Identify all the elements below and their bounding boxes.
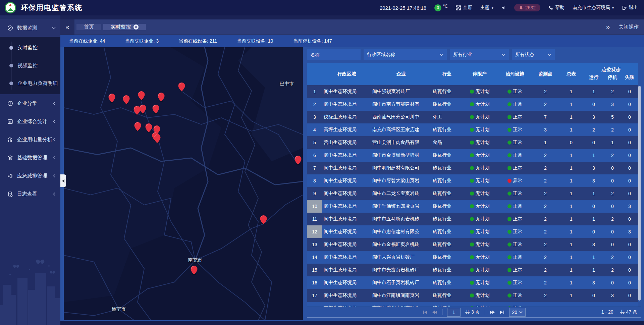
sidebar-group-5[interactable]: 基础数据管理 xyxy=(0,149,60,167)
help-button[interactable]: 帮助 xyxy=(548,5,565,11)
sidebar-item[interactable]: 企业电力负荷明细 xyxy=(0,74,60,92)
map-pin[interactable] xyxy=(158,93,165,102)
table-row[interactable]: 4 高坪生态环境局 南充市高坪区王家店建 砖瓦行业 无计划 正常 3 1 2 2… xyxy=(307,123,638,136)
map-pin[interactable] xyxy=(138,91,145,100)
row-index: 2 xyxy=(307,98,322,111)
cell-monitor-points: 1 xyxy=(533,140,558,145)
sidebar-group-2[interactable]: 企业异常 xyxy=(0,94,60,112)
first-page-button[interactable] xyxy=(423,310,427,314)
last-page-button[interactable] xyxy=(500,310,504,314)
tab-scroll-left-button[interactable]: « xyxy=(60,19,74,35)
map-pin[interactable] xyxy=(134,122,141,131)
map-pin[interactable] xyxy=(123,95,130,104)
double-chevron-left-icon: « xyxy=(65,23,69,31)
sidebar-group-3[interactable]: 企业综合统计 xyxy=(0,112,60,130)
notification-badge[interactable]: 2632 xyxy=(514,4,540,11)
cell-stopped: 5 xyxy=(603,114,622,120)
scrollbar-thumb[interactable] xyxy=(638,86,641,301)
cell-total-meter: 1 xyxy=(558,267,584,273)
table-row[interactable]: 13 阆中生态环境局 阆中市金福旺页岩机砖 砖瓦行业 无计划 正常 2 1 3 … xyxy=(307,238,638,251)
table-row[interactable]: 8 阆中生态环境局 阆中市枣碧大梁山页岩 砖瓦行业 无计划 异常 2 1 3 0… xyxy=(307,174,638,187)
cell-stopped: 2 xyxy=(603,255,622,260)
sidebar-group-6[interactable]: 应急减排管理 xyxy=(0,167,60,185)
table-row[interactable]: 12 阆中生态环境局 阆中市忠信建材有限公 砖瓦行业 无计划 正常 2 1 0 … xyxy=(307,225,638,238)
bar-chart-icon xyxy=(7,137,13,143)
map-city-label: 巴中市 xyxy=(280,81,294,87)
record-total-label: 共 47 条 xyxy=(620,309,637,315)
cell-stopped: 0 xyxy=(603,280,622,285)
table-row[interactable]: 15 阆中生态环境局 阆中市光富页岩机砖厂 砖瓦行业 无计划 正常 2 1 1 … xyxy=(307,264,638,276)
chevron-left-icon xyxy=(53,174,56,178)
map-pin[interactable] xyxy=(139,105,146,114)
theme-dropdown[interactable]: 主题 ▾ xyxy=(480,5,493,11)
page-size-select[interactable]: 20 xyxy=(509,308,526,317)
map-pin[interactable] xyxy=(154,134,161,143)
industry-select[interactable]: 所有行业 xyxy=(450,49,509,60)
table-row[interactable]: 16 阆中生态环境局 阆中市石子页岩机砖厂 砖瓦行业 无计划 正常 2 1 3 … xyxy=(307,276,638,289)
map-pin[interactable] xyxy=(152,105,159,114)
cell-stop-plan: 无计划 xyxy=(462,127,497,133)
sidebar-collapse-button[interactable] xyxy=(60,174,66,187)
map-pin[interactable] xyxy=(108,94,115,103)
tab-active[interactable]: 实时监控× xyxy=(103,24,146,30)
table-row[interactable]: 5 营山生态环境局 营山县润丰肉食品有限 食品 无计划 正常 1 0 0 1 0 xyxy=(307,136,638,149)
table-row[interactable]: 18 南部生态环境局 南部县瑞华水泥有限公 建材行业 无计划 正常 6 0 0 … xyxy=(307,302,638,307)
table-row[interactable]: 17 阆中生态环境局 阆中市江南镇阆南页岩 砖瓦行业 无计划 正常 2 1 0 … xyxy=(307,289,638,302)
sidebar-item[interactable]: 视频监控 xyxy=(0,57,60,74)
table-row[interactable]: 11 阆中生态环境局 阆中市五马桥页岩机砖 砖瓦行业 无计划 正常 2 1 1 … xyxy=(307,213,638,225)
next-page-button[interactable] xyxy=(490,310,495,314)
status-dot-icon xyxy=(470,141,474,145)
sidebar-group-1[interactable]: 数据监测 xyxy=(0,19,60,37)
cell-disconnected: 0 xyxy=(622,267,637,273)
fullscreen-button[interactable]: 全屏 xyxy=(456,5,472,11)
cell-stopped: 2 xyxy=(603,216,622,222)
table-row[interactable]: 1 阆中生态环境局 阆中强锐页岩砖厂 砖瓦行业 无计划 正常 2 1 1 2 0 xyxy=(307,85,638,98)
prev-page-button[interactable] xyxy=(432,310,437,314)
table-row[interactable]: 9 阆中生态环境局 阆中市二龙长宝页岩砖 砖瓦行业 无计划 正常 2 1 1 2… xyxy=(307,187,638,200)
page-number-input[interactable] xyxy=(447,308,461,317)
map-pin[interactable] xyxy=(178,83,185,92)
cell-running: 0 xyxy=(584,293,603,298)
cell-total-meter: 1 xyxy=(558,178,584,183)
total-pages-label: 共 3 页 xyxy=(465,309,480,315)
layers-icon xyxy=(7,155,13,161)
cell-running: 3 xyxy=(584,280,603,285)
cell-industry: 化工 xyxy=(431,114,462,120)
tab-close-icon[interactable]: × xyxy=(133,24,139,30)
tab-item[interactable]: 首页 xyxy=(76,24,101,30)
map-pin[interactable] xyxy=(260,215,267,224)
name-search-input[interactable] xyxy=(307,49,361,60)
sidebar-group-7[interactable]: 日志查看 xyxy=(0,185,60,203)
table-row[interactable]: 2 阆中生态环境局 阆中市南方节能建材有 砖瓦行业 无计划 正常 2 1 0 3… xyxy=(307,98,638,111)
bullet-icon xyxy=(9,46,13,50)
logout-button[interactable]: 退出 xyxy=(622,5,638,11)
row-index: 18 xyxy=(307,302,322,307)
notification-count: 2632 xyxy=(525,5,536,10)
table-row[interactable]: 7 阆中生态环境局 阆中明阳建材有限公司 砖瓦行业 无计划 正常 2 1 3 0… xyxy=(307,162,638,174)
tab-scroll-right-button[interactable]: » xyxy=(606,23,610,31)
close-operations-button[interactable]: 关闭操作 xyxy=(619,24,639,30)
sidebar-item[interactable]: 实时监控 xyxy=(0,39,60,57)
table-row[interactable]: 14 阆中生态环境局 阆中大兴页岩机砖厂 砖瓦行业 无计划 正常 2 1 1 2… xyxy=(307,251,638,264)
status-dot-icon xyxy=(470,115,474,119)
status-select[interactable]: 所有状态 xyxy=(512,49,555,60)
region-select[interactable]: 行政区域名称 xyxy=(364,49,447,60)
status-dot-icon xyxy=(507,293,512,297)
row-index: 15 xyxy=(307,264,322,276)
status-dot-icon xyxy=(470,281,474,285)
map-pin[interactable] xyxy=(145,123,152,132)
sidebar-group-4[interactable]: 企业用电量分析 xyxy=(0,130,60,149)
map-pin[interactable] xyxy=(191,266,198,275)
map-pin[interactable] xyxy=(294,156,302,165)
status-dot-icon xyxy=(470,192,474,196)
status-dot-icon xyxy=(470,293,474,297)
chevron-down-icon xyxy=(547,53,551,56)
table-row[interactable]: 3 仪陇生态环境局 西南油气田分公司川中 化工 无计划 正常 7 1 3 5 0 xyxy=(307,111,638,123)
table-row[interactable]: 6 阆中生态环境局 阆中市金博瑞新型墙材 砖瓦行业 无计划 正常 2 1 1 2… xyxy=(307,149,638,162)
alert-circle-icon xyxy=(7,101,13,106)
map-panel[interactable]: 巴中市南充市遂宁市 xyxy=(64,47,303,320)
sound-button[interactable] xyxy=(501,5,506,10)
table-row[interactable]: 10 阆中生态环境局 阆中千佛镇五郎垭页岩 砖瓦行业 无计划 正常 2 1 0 … xyxy=(307,200,638,213)
table-scrollbar[interactable] xyxy=(638,85,641,307)
org-dropdown[interactable]: 南充市生态环境局 ▾ xyxy=(573,5,614,11)
